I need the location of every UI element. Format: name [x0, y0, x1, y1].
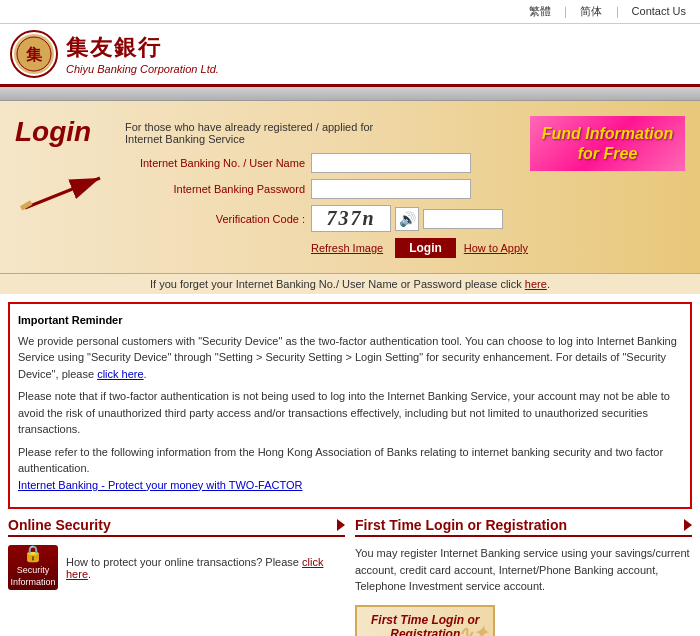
first-login-col: First Time Login or Registration You may… [355, 517, 692, 636]
login-section: Login For those who have already registe… [0, 101, 700, 273]
two-factor-link[interactable]: Internet Banking - Protect your money wi… [18, 479, 302, 491]
password-input[interactable] [311, 179, 471, 199]
logo-circle: 集 [10, 30, 58, 78]
reminder-para3: Please refer to the following informatio… [18, 444, 682, 494]
forget-password-bar: If you forget your Internet Banking No./… [0, 273, 700, 294]
button-row: Refresh Image Login How to Apply [311, 238, 685, 258]
security-info-box: 🔒 Security Information How to protect yo… [8, 545, 345, 590]
bottom-section: Online Security 🔒 Security Information H… [8, 517, 692, 636]
nav-contact[interactable]: Contact Us [632, 5, 686, 17]
first-login-description: You may register Internet Banking servic… [355, 545, 692, 595]
nav-simplified[interactable]: 简体 [580, 5, 602, 17]
signature-decoration: ∿✦ [458, 622, 488, 637]
bank-name-block: 集友銀行 Chiyu Banking Corporation Ltd. [66, 33, 219, 75]
sep2: ｜ [612, 5, 623, 17]
reminder-box: Important Reminder We provide personal c… [8, 302, 692, 509]
reminder-para1: We provide personal customers with "Secu… [18, 333, 682, 383]
fund-info-text: Fund Information for Free [534, 124, 681, 162]
captcha-input[interactable] [423, 209, 503, 229]
security-description: How to protect your online transactions?… [66, 556, 345, 580]
refresh-image-link[interactable]: Refresh Image [311, 242, 383, 254]
captcha-image: 737n [311, 205, 391, 232]
first-login-title: First Time Login or Registration [355, 517, 692, 537]
reminder-para2: Please note that if two-factor authentic… [18, 388, 682, 438]
arrow-decoration [15, 158, 115, 228]
userid-label: Internet Banking No. / User Name [125, 157, 305, 169]
top-nav: 繁體 ｜ 简体 ｜ Contact Us [0, 0, 700, 24]
nav-traditional[interactable]: 繁體 [529, 5, 551, 17]
sound-icon[interactable]: 🔊 [395, 207, 419, 231]
site-header: 集 集友銀行 Chiyu Banking Corporation Ltd. [0, 24, 700, 87]
logo-icon: 集 [14, 34, 54, 74]
title-arrow-icon2 [684, 519, 692, 531]
security-icon-label: Security Information [8, 563, 57, 590]
first-login-button[interactable]: First Time Login orRegistration ∿✦ [355, 605, 495, 637]
reminder-link1[interactable]: click here [97, 368, 143, 380]
decorative-bar [0, 87, 700, 101]
login-title: Login [15, 116, 115, 148]
bank-name-en: Chiyu Banking Corporation Ltd. [66, 63, 219, 75]
userid-input[interactable] [311, 153, 471, 173]
forget-link[interactable]: here [525, 278, 547, 290]
title-arrow-icon [337, 519, 345, 531]
online-security-col: Online Security 🔒 Security Information H… [8, 517, 345, 636]
svg-line-3 [25, 178, 100, 208]
lock-icon: 🔒 [23, 544, 43, 563]
security-icon: 🔒 Security Information [8, 545, 58, 590]
login-left: Login [15, 116, 115, 231]
bank-name-cn: 集友銀行 [66, 33, 219, 63]
password-row: Internet Banking Password [125, 179, 685, 199]
svg-text:集: 集 [26, 46, 43, 63]
online-security-title: Online Security [8, 517, 345, 537]
captcha-label: Verification Code : [125, 213, 305, 225]
reminder-title: Important Reminder [18, 312, 682, 329]
password-label: Internet Banking Password [125, 183, 305, 195]
fund-info-banner[interactable]: Fund Information for Free [530, 116, 685, 171]
forget-text: If you forget your Internet Banking No./… [150, 278, 522, 290]
captcha-row: Verification Code : 737n 🔊 [125, 205, 685, 232]
sep1: ｜ [560, 5, 571, 17]
how-to-apply-link[interactable]: How to Apply [464, 242, 528, 254]
logo-area: 集 集友銀行 Chiyu Banking Corporation Ltd. [10, 30, 219, 78]
login-button[interactable]: Login [395, 238, 456, 258]
